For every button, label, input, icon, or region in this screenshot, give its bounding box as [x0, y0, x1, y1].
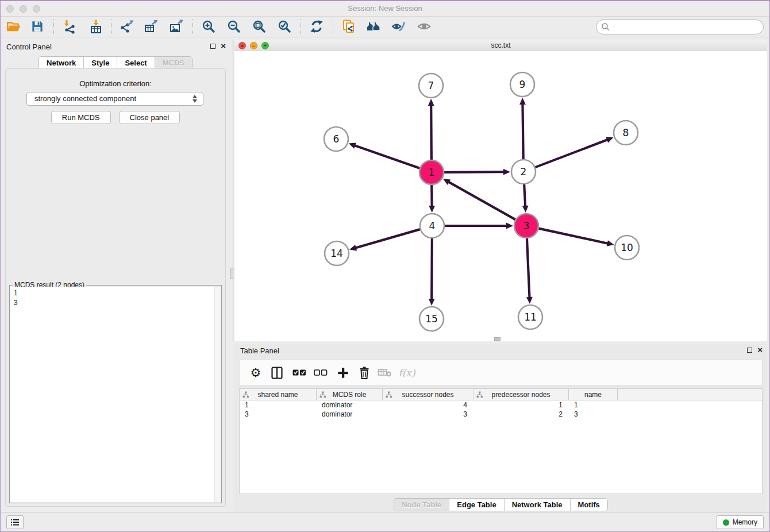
table-row[interactable]: 3 dominator 3 2 3: [240, 410, 762, 419]
graph-edge-3-1[interactable]: [443, 179, 515, 219]
main-toolbar: [1, 17, 769, 37]
function-builder-icon[interactable]: f(x): [399, 365, 414, 380]
cell-successor-nodes[interactable]: 3: [383, 410, 473, 419]
cell-successor-nodes[interactable]: 4: [383, 400, 473, 410]
first-neighbors-icon[interactable]: [366, 18, 382, 34]
mcds-result-textarea[interactable]: 1 3: [10, 287, 221, 502]
tab-style[interactable]: Style: [83, 57, 117, 69]
export-image-icon[interactable]: [168, 18, 184, 34]
column-header-name[interactable]: name: [569, 389, 618, 400]
graph-edge-4-15[interactable]: [429, 238, 435, 306]
graph-edge-2-8[interactable]: [536, 137, 614, 167]
table-panel-close-icon[interactable]: ×: [757, 346, 763, 353]
close-panel-button[interactable]: Close panel: [119, 111, 180, 124]
graph-edge-1-7[interactable]: [428, 99, 434, 160]
graph-node-3[interactable]: 3: [514, 214, 538, 238]
graph-node-10[interactable]: 10: [615, 236, 639, 260]
network-view-window: × − + scc.txt 7968124314101511: [234, 40, 767, 341]
svg-text:6: 6: [333, 133, 340, 145]
cell-predecessor-nodes[interactable]: 1: [473, 400, 569, 410]
graph-node-14[interactable]: 14: [325, 241, 349, 265]
toolbar-separator: [111, 19, 111, 34]
column-header-successor-nodes[interactable]: successor nodes: [383, 389, 473, 400]
network-canvas[interactable]: 7968124314101511: [234, 51, 767, 341]
cell-name[interactable]: 1: [569, 400, 618, 410]
result-scrollbar[interactable]: [214, 287, 221, 502]
graph-node-7[interactable]: 7: [419, 74, 443, 98]
hide-selected-icon[interactable]: [391, 18, 407, 34]
task-history-button[interactable]: [6, 515, 24, 529]
graph-node-11[interactable]: 11: [518, 305, 542, 329]
export-table-icon[interactable]: [143, 18, 159, 34]
tab-motifs[interactable]: Motifs: [570, 499, 607, 511]
table-settings-gear-icon[interactable]: ⚙: [248, 365, 263, 380]
zoom-fit-icon[interactable]: [251, 18, 267, 34]
tab-network-table[interactable]: Network Table: [504, 499, 570, 511]
table-panel-tabbar: Node Table Edge Table Network Table Moti…: [394, 498, 608, 511]
search-input[interactable]: [610, 22, 763, 32]
table-panel-maximize-icon[interactable]: [747, 348, 752, 353]
graph-edge-1-2[interactable]: [444, 169, 510, 175]
cell-predecessor-nodes[interactable]: 2: [473, 410, 569, 419]
column-type-icon: [386, 391, 392, 398]
zoom-selected-icon[interactable]: [276, 18, 292, 34]
result-line: 1: [10, 287, 221, 298]
select-all-icon[interactable]: [292, 365, 307, 380]
memory-button[interactable]: Memory: [717, 515, 764, 529]
cell-name[interactable]: 3: [569, 410, 618, 419]
graph-edge-3-10[interactable]: [538, 229, 614, 246]
zoom-out-icon[interactable]: [226, 18, 242, 34]
tab-edge-table[interactable]: Edge Table: [449, 499, 503, 511]
canvas-resize-handle[interactable]: [494, 337, 500, 341]
save-session-icon[interactable]: [29, 18, 45, 34]
network-graph: 7968124314101511: [234, 51, 767, 341]
column-header-mcds-role[interactable]: MCDS role: [317, 389, 383, 400]
search-box[interactable]: [596, 20, 764, 34]
tab-mcds[interactable]: MCDS: [155, 57, 192, 69]
cell-mcds-role[interactable]: dominator: [317, 410, 383, 419]
tab-select[interactable]: Select: [117, 57, 154, 69]
delete-table-icon[interactable]: [378, 365, 392, 380]
table-row[interactable]: 1 dominator 4 1 1: [240, 400, 762, 410]
tab-node-table[interactable]: Node Table: [394, 499, 449, 511]
control-panel-maximize-icon[interactable]: [210, 44, 215, 49]
refresh-layout-icon[interactable]: [309, 18, 325, 34]
graph-node-1[interactable]: 1: [419, 160, 444, 184]
graph-node-6[interactable]: 6: [324, 127, 348, 151]
tab-network[interactable]: Network: [39, 57, 83, 69]
cell-shared-name[interactable]: 1: [240, 400, 317, 410]
show-all-icon[interactable]: [416, 18, 432, 34]
import-network-icon[interactable]: [61, 18, 78, 34]
graph-node-8[interactable]: 8: [614, 121, 638, 145]
run-mcds-button[interactable]: Run MCDS: [51, 111, 111, 124]
table-panel-title: Table Panel: [240, 346, 279, 355]
graph-edge-1-4[interactable]: [429, 185, 435, 213]
column-visibility-icon[interactable]: [270, 365, 284, 380]
cell-mcds-role[interactable]: dominator: [317, 400, 383, 410]
graph-edge-4-3[interactable]: [445, 223, 513, 229]
svg-text:4: 4: [429, 220, 436, 232]
column-header-predecessor-nodes[interactable]: predecessor nodes: [473, 389, 569, 400]
duplicate-network-icon[interactable]: [341, 18, 357, 34]
graph-node-2[interactable]: 2: [511, 160, 536, 184]
graph-edge-4-14[interactable]: [349, 229, 420, 250]
graph-node-15[interactable]: 15: [419, 307, 444, 331]
add-column-icon[interactable]: [336, 365, 351, 380]
graph-edge-2-3[interactable]: [522, 184, 529, 213]
zoom-in-icon[interactable]: [201, 18, 217, 34]
open-session-icon[interactable]: [5, 18, 21, 34]
import-table-icon[interactable]: [88, 18, 104, 34]
graph-edge-1-6[interactable]: [349, 142, 420, 168]
table-header-row: shared name MCDS role successor nodes pr…: [240, 389, 762, 400]
column-header-shared-name[interactable]: shared name: [240, 389, 317, 400]
graph-edge-3-11[interactable]: [526, 238, 533, 304]
cell-shared-name[interactable]: 3: [240, 410, 317, 419]
graph-node-4[interactable]: 4: [420, 214, 444, 238]
criterion-select[interactable]: strongly connected component: [26, 92, 203, 106]
graph-node-9[interactable]: 9: [510, 72, 534, 97]
export-network-icon[interactable]: [119, 18, 135, 34]
deselect-all-icon[interactable]: [313, 365, 328, 380]
graph-edge-2-9[interactable]: [519, 98, 526, 159]
control-panel-close-icon[interactable]: ×: [221, 43, 226, 49]
delete-column-trash-icon[interactable]: [357, 365, 372, 380]
